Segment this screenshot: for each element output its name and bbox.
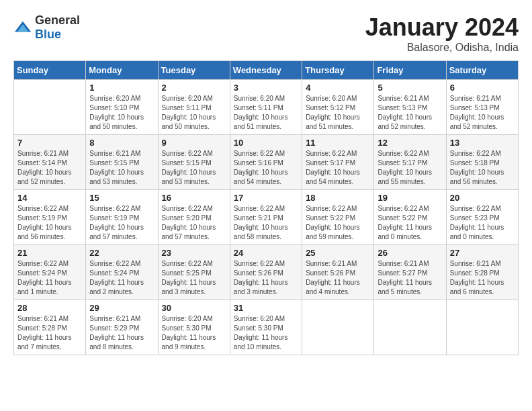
cell-info: Sunrise: 6:22 AMSunset: 5:20 PMDaylight:… [162, 204, 226, 242]
calendar-cell: 13Sunrise: 6:22 AMSunset: 5:18 PMDayligh… [446, 135, 518, 190]
weekday-header-thursday: Thursday [302, 61, 374, 80]
calendar-cell: 16Sunrise: 6:22 AMSunset: 5:20 PMDayligh… [158, 190, 230, 245]
calendar-cell: 30Sunrise: 6:20 AMSunset: 5:30 PMDayligh… [158, 300, 230, 355]
calendar-cell: 21Sunrise: 6:22 AMSunset: 5:24 PMDayligh… [14, 245, 86, 300]
day-number: 1 [89, 83, 154, 93]
cell-info: Sunrise: 6:20 AMSunset: 5:10 PMDaylight:… [89, 94, 154, 132]
cell-info: Sunrise: 6:21 AMSunset: 5:13 PMDaylight:… [450, 94, 515, 132]
day-number: 9 [162, 138, 226, 148]
calendar-cell: 23Sunrise: 6:22 AMSunset: 5:25 PMDayligh… [158, 245, 230, 300]
day-number: 20 [450, 193, 515, 203]
calendar-cell: 9Sunrise: 6:22 AMSunset: 5:15 PMDaylight… [158, 135, 230, 190]
day-number: 15 [89, 193, 154, 203]
cell-info: Sunrise: 6:22 AMSunset: 5:19 PMDaylight:… [89, 204, 154, 242]
calendar-cell: 4Sunrise: 6:20 AMSunset: 5:12 PMDaylight… [302, 80, 374, 135]
calendar-cell: 22Sunrise: 6:22 AMSunset: 5:24 PMDayligh… [86, 245, 158, 300]
calendar-cell: 27Sunrise: 6:21 AMSunset: 5:28 PMDayligh… [446, 245, 518, 300]
cell-info: Sunrise: 6:20 AMSunset: 5:11 PMDaylight:… [234, 94, 298, 132]
cell-info: Sunrise: 6:22 AMSunset: 5:26 PMDaylight:… [234, 259, 298, 297]
day-number: 24 [234, 248, 298, 258]
calendar-cell: 17Sunrise: 6:22 AMSunset: 5:21 PMDayligh… [230, 190, 302, 245]
page-header: General Blue January 2024 Balasore, Odis… [13, 13, 519, 54]
cell-info: Sunrise: 6:21 AMSunset: 5:15 PMDaylight:… [89, 149, 154, 187]
weekday-header-tuesday: Tuesday [158, 61, 230, 80]
cell-info: Sunrise: 6:22 AMSunset: 5:22 PMDaylight:… [306, 204, 370, 242]
weekday-header-friday: Friday [374, 61, 446, 80]
calendar-cell: 26Sunrise: 6:21 AMSunset: 5:27 PMDayligh… [374, 245, 446, 300]
cell-info: Sunrise: 6:20 AMSunset: 5:30 PMDaylight:… [234, 314, 298, 352]
calendar-cell: 12Sunrise: 6:22 AMSunset: 5:17 PMDayligh… [374, 135, 446, 190]
month-title: January 2024 [365, 13, 519, 42]
calendar-cell: 31Sunrise: 6:20 AMSunset: 5:30 PMDayligh… [230, 300, 302, 355]
calendar-cell: 8Sunrise: 6:21 AMSunset: 5:15 PMDaylight… [86, 135, 158, 190]
logo: General Blue [13, 13, 80, 42]
week-row-4: 21Sunrise: 6:22 AMSunset: 5:24 PMDayligh… [14, 245, 519, 300]
day-number: 6 [450, 83, 515, 93]
cell-info: Sunrise: 6:22 AMSunset: 5:24 PMDaylight:… [89, 259, 154, 297]
weekday-header-wednesday: Wednesday [230, 61, 302, 80]
day-number: 22 [89, 248, 154, 258]
week-row-3: 14Sunrise: 6:22 AMSunset: 5:19 PMDayligh… [14, 190, 519, 245]
calendar-cell [302, 300, 374, 355]
calendar-cell: 20Sunrise: 6:22 AMSunset: 5:23 PMDayligh… [446, 190, 518, 245]
cell-info: Sunrise: 6:21 AMSunset: 5:28 PMDaylight:… [450, 259, 515, 297]
calendar-cell: 29Sunrise: 6:21 AMSunset: 5:29 PMDayligh… [86, 300, 158, 355]
weekday-header-sunday: Sunday [14, 61, 86, 80]
cell-info: Sunrise: 6:21 AMSunset: 5:13 PMDaylight:… [378, 94, 442, 132]
day-number: 4 [306, 83, 370, 93]
calendar-cell: 19Sunrise: 6:22 AMSunset: 5:22 PMDayligh… [374, 190, 446, 245]
week-row-2: 7Sunrise: 6:21 AMSunset: 5:14 PMDaylight… [14, 135, 519, 190]
day-number: 3 [234, 83, 298, 93]
weekday-header-saturday: Saturday [446, 61, 518, 80]
cell-info: Sunrise: 6:22 AMSunset: 5:22 PMDaylight:… [378, 204, 442, 242]
title-block: January 2024 Balasore, Odisha, India [365, 13, 519, 54]
calendar-cell [446, 300, 518, 355]
calendar-cell: 5Sunrise: 6:21 AMSunset: 5:13 PMDaylight… [374, 80, 446, 135]
cell-info: Sunrise: 6:21 AMSunset: 5:14 PMDaylight:… [17, 149, 82, 187]
day-number: 12 [378, 138, 442, 148]
day-number: 8 [89, 138, 154, 148]
day-number: 29 [89, 303, 154, 313]
calendar-cell [374, 300, 446, 355]
calendar-cell [14, 80, 86, 135]
cell-info: Sunrise: 6:22 AMSunset: 5:24 PMDaylight:… [17, 259, 82, 297]
week-row-5: 28Sunrise: 6:21 AMSunset: 5:28 PMDayligh… [14, 300, 519, 355]
calendar-cell: 14Sunrise: 6:22 AMSunset: 5:19 PMDayligh… [14, 190, 86, 245]
day-number: 14 [17, 193, 82, 203]
calendar-cell: 24Sunrise: 6:22 AMSunset: 5:26 PMDayligh… [230, 245, 302, 300]
cell-info: Sunrise: 6:22 AMSunset: 5:17 PMDaylight:… [378, 149, 442, 187]
day-number: 28 [17, 303, 82, 313]
weekday-header-row: SundayMondayTuesdayWednesdayThursdayFrid… [14, 61, 519, 80]
day-number: 21 [17, 248, 82, 258]
calendar-cell: 10Sunrise: 6:22 AMSunset: 5:16 PMDayligh… [230, 135, 302, 190]
cell-info: Sunrise: 6:20 AMSunset: 5:12 PMDaylight:… [306, 94, 370, 132]
calendar-cell: 2Sunrise: 6:20 AMSunset: 5:11 PMDaylight… [158, 80, 230, 135]
day-number: 26 [378, 248, 442, 258]
calendar-cell: 15Sunrise: 6:22 AMSunset: 5:19 PMDayligh… [86, 190, 158, 245]
day-number: 27 [450, 248, 515, 258]
weekday-header-monday: Monday [86, 61, 158, 80]
calendar-table: SundayMondayTuesdayWednesdayThursdayFrid… [13, 60, 519, 355]
calendar-cell: 11Sunrise: 6:22 AMSunset: 5:17 PMDayligh… [302, 135, 374, 190]
day-number: 19 [378, 193, 442, 203]
cell-info: Sunrise: 6:22 AMSunset: 5:25 PMDaylight:… [162, 259, 226, 297]
day-number: 5 [378, 83, 442, 93]
day-number: 25 [306, 248, 370, 258]
logo-text-blue: Blue [35, 28, 61, 41]
calendar-cell: 3Sunrise: 6:20 AMSunset: 5:11 PMDaylight… [230, 80, 302, 135]
cell-info: Sunrise: 6:21 AMSunset: 5:27 PMDaylight:… [378, 259, 442, 297]
day-number: 10 [234, 138, 298, 148]
week-row-1: 1Sunrise: 6:20 AMSunset: 5:10 PMDaylight… [14, 80, 519, 135]
calendar-body: 1Sunrise: 6:20 AMSunset: 5:10 PMDaylight… [14, 80, 519, 355]
day-number: 7 [17, 138, 82, 148]
day-number: 2 [162, 83, 226, 93]
day-number: 16 [162, 193, 226, 203]
cell-info: Sunrise: 6:22 AMSunset: 5:21 PMDaylight:… [234, 204, 298, 242]
day-number: 13 [450, 138, 515, 148]
calendar-cell: 25Sunrise: 6:21 AMSunset: 5:26 PMDayligh… [302, 245, 374, 300]
logo-text-general: General [35, 13, 80, 27]
day-number: 17 [234, 193, 298, 203]
calendar-cell: 1Sunrise: 6:20 AMSunset: 5:10 PMDaylight… [86, 80, 158, 135]
location-title: Balasore, Odisha, India [365, 42, 519, 54]
calendar-cell: 7Sunrise: 6:21 AMSunset: 5:14 PMDaylight… [14, 135, 86, 190]
